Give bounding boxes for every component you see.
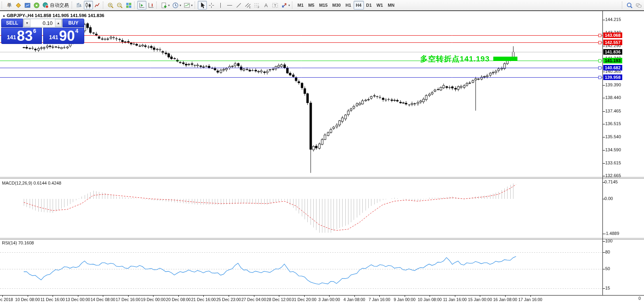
volume-decrease-button[interactable]: ▼: [24, 19, 30, 27]
tf-d1[interactable]: D1: [364, 1, 374, 10]
indicators-icon: [161, 2, 167, 9]
auto-trading-button-label: 自动交易: [49, 2, 70, 9]
time-axis-label: 7 Jan 16:00: [369, 297, 390, 302]
buy-button[interactable]: BUY: [63, 19, 84, 27]
time-axis-label: 3 Jan 00:00: [318, 297, 340, 302]
tf-w1[interactable]: W1: [374, 1, 386, 10]
fibo-icon: F: [254, 2, 260, 9]
cursor-icon: [199, 2, 206, 9]
time-axis-label: 17 Jan 16:00: [518, 297, 542, 302]
price-level-callout: 141.836: [603, 49, 622, 55]
rsi-axis-tick: 100: [605, 238, 612, 243]
time-axis-label: 21 Dec 16:00: [191, 297, 216, 302]
dropdown-arrow-icon[interactable]: ▾: [180, 4, 181, 7]
price-level-callout: 141.193: [603, 58, 622, 63]
tf-m15[interactable]: M15: [317, 1, 330, 10]
auto-trading-button[interactable]: 自动交易: [41, 1, 71, 10]
sell-price-pip: 6: [33, 28, 36, 34]
sell-button[interactable]: SELL: [1, 19, 23, 27]
horizontal-line-button[interactable]: [225, 1, 234, 10]
search-icon: [626, 2, 633, 9]
channel-icon: E: [244, 2, 251, 9]
shift-icon: [148, 2, 154, 9]
periods-button[interactable]: ▾: [171, 1, 182, 10]
price-axis-tick: 135.540: [605, 134, 621, 139]
vertical-line-button[interactable]: [216, 1, 225, 10]
arrows-button[interactable]: ▾: [280, 1, 291, 10]
price-axis-tick: 133.615: [605, 160, 621, 165]
crosshair-icon: [208, 2, 215, 9]
macd-axis-tick: -1.4889: [604, 231, 619, 236]
symbol-collapse-icon[interactable]: ▲: [2, 14, 6, 17]
text-button[interactable]: A: [261, 1, 271, 10]
tf-m5[interactable]: M5: [306, 1, 316, 10]
signal-icon: [33, 2, 40, 9]
buy-price-pip: 4: [75, 28, 78, 34]
macd-axis-tick: 0.00: [604, 196, 613, 201]
tf-m5-label: M5: [307, 3, 315, 8]
chart-shift-button[interactable]: [146, 1, 155, 10]
textT-icon: T: [272, 2, 278, 9]
templates-button[interactable]: ▾: [182, 1, 194, 10]
chart-title-text: GBPJPY-,H4 141.858 141.905 141.596 141.8…: [7, 13, 104, 18]
rsi-axis-tick: 15: [605, 286, 610, 290]
tf-h1[interactable]: H1: [343, 1, 353, 10]
tf-h1-label: H1: [344, 3, 352, 8]
svg-text:F: F: [258, 6, 259, 8]
toolbar-group: M1M5M15M30H1H4D1W1MN: [291, 0, 397, 10]
bar-chart-icon: [76, 2, 83, 9]
dropdown-arrow-icon[interactable]: ▾: [288, 4, 290, 7]
tile-windows-button[interactable]: [124, 1, 133, 10]
tf-m30[interactable]: M30: [330, 1, 343, 10]
template-icon: [184, 2, 190, 9]
new-order-button[interactable]: 单: [5, 1, 14, 10]
tf-mn[interactable]: MN: [385, 1, 397, 10]
signal-button[interactable]: [32, 1, 41, 10]
svg-text:A: A: [264, 2, 268, 8]
tf-m1[interactable]: M1: [295, 1, 306, 10]
time-axis-label: 31 Dec 20:00: [292, 297, 316, 302]
time-axis-label: 19 Dec 00:00: [141, 297, 165, 302]
price-level-callout: 140.682: [603, 65, 622, 71]
chart-window-button[interactable]: [23, 1, 32, 10]
chart-canvas[interactable]: [0, 11, 644, 307]
buy-price-button[interactable]: 141904: [43, 28, 84, 44]
zoom-in-button[interactable]: [106, 1, 115, 10]
chat-button[interactable]: [634, 1, 643, 10]
toolbar-group: [133, 0, 155, 10]
volume-input[interactable]: [30, 19, 55, 27]
cursor-button[interactable]: [198, 1, 207, 10]
auto-scroll-button[interactable]: [137, 1, 146, 10]
volume-increase-button[interactable]: ▲: [55, 19, 62, 27]
one-click-trade-panel: SELL ▼ ▲ BUY 141836 141904: [1, 19, 84, 44]
crosshair-button[interactable]: [207, 1, 216, 10]
indicators-button[interactable]: ▾: [159, 1, 171, 10]
time-axis-label: 11 Dec 16:00: [40, 297, 65, 302]
macd-axis-tick: 0.7145: [604, 179, 618, 184]
trend-line-button[interactable]: [234, 1, 243, 10]
bar-chart-button[interactable]: [75, 1, 84, 10]
text-label-button[interactable]: T: [271, 1, 280, 10]
toolbar: 单自动交易▾▾▾EFAT▾M1M5M15M30H1H4D1W1MN: [0, 0, 644, 11]
zoom-out-button[interactable]: [115, 1, 124, 10]
candlestick-chart-button[interactable]: [84, 1, 93, 10]
tf-m15-label: M15: [318, 3, 329, 8]
zoom-out-icon: [116, 2, 123, 9]
rsi-axis-tick: 50: [605, 266, 610, 271]
fibonacci-button[interactable]: F: [252, 1, 261, 10]
price-axis-tick: 136.515: [605, 121, 621, 126]
chat-icon: [635, 2, 642, 9]
search-button[interactable]: [625, 1, 634, 10]
dropdown-arrow-icon[interactable]: ▾: [168, 4, 170, 7]
sell-price-button[interactable]: 141836: [1, 28, 42, 44]
price-axis-tick: 138.440: [605, 95, 621, 100]
time-axis-label: 10 Dec 08:00: [15, 297, 40, 302]
autoscroll-icon: [138, 2, 145, 9]
quotes-button[interactable]: [14, 1, 23, 10]
line-chart-button[interactable]: [93, 1, 102, 10]
equidistant-channel-button[interactable]: E: [243, 1, 252, 10]
chart-title: ▲GBPJPY-,H4 141.858 141.905 141.596 141.…: [2, 13, 104, 18]
dropdown-arrow-icon[interactable]: ▾: [191, 4, 193, 7]
zoom-in-icon: [107, 2, 114, 9]
tf-h4[interactable]: H4: [354, 1, 364, 10]
